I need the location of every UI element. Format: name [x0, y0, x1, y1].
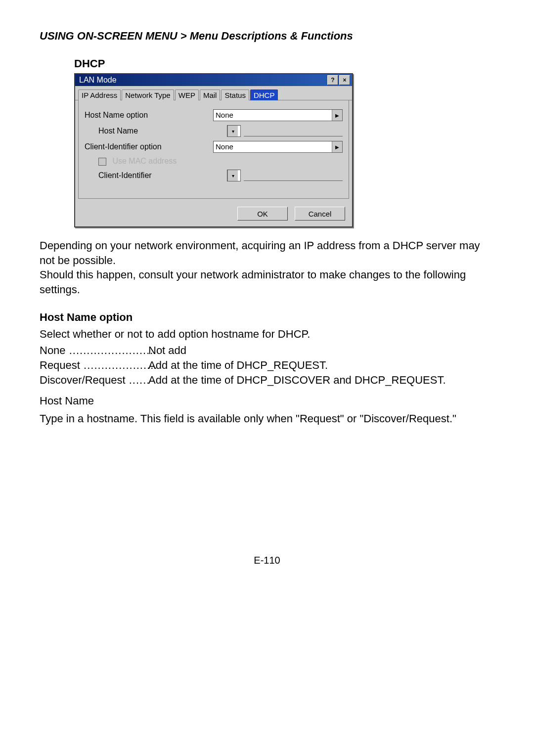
dialog-panel: Host Name option None ▶ Host Name ▾ Clie…: [78, 100, 349, 199]
checkbox-icon: [98, 158, 106, 166]
value-none: Not add: [148, 344, 494, 357]
value-request: Add at the time of DHCP_REQUEST.: [148, 359, 494, 372]
paragraph-intro-line1: Depending on your network environment, a…: [40, 239, 480, 267]
label-body-host-name: Host Name: [40, 394, 494, 408]
cancel-button[interactable]: Cancel: [295, 207, 345, 221]
client-identifier-keypad-button[interactable]: ▾: [227, 170, 241, 181]
definition-none: None ........................ Not add: [40, 344, 494, 357]
tab-dhcp[interactable]: DHCP: [250, 89, 278, 100]
help-icon[interactable]: ?: [327, 75, 338, 85]
term-request: Request: [40, 359, 80, 371]
paragraph-intro: Depending on your network environment, a…: [40, 238, 494, 297]
label-client-identifier-option: Client-Identifier option: [85, 142, 213, 151]
dots: .....................: [80, 359, 157, 371]
tab-ip-address[interactable]: IP Address: [78, 89, 121, 100]
triangle-right-icon: ▶: [332, 141, 342, 152]
section-heading-dhcp: DHCP: [74, 57, 494, 70]
close-icon[interactable]: ×: [339, 75, 350, 85]
tab-mail[interactable]: Mail: [200, 89, 221, 100]
subheading-host-name-option: Host Name option: [40, 311, 494, 324]
breadcrumb: USING ON-SCREEN MENU > Menu Descriptions…: [40, 30, 494, 43]
dialog-titlebar: LAN Mode ? ×: [75, 74, 352, 86]
definition-discover-request: Discover/Request ...... Add at the time …: [40, 374, 494, 387]
triangle-down-icon: ▾: [227, 126, 238, 136]
paragraph-intro-line2: Should this happen, consult your network…: [40, 268, 466, 296]
paragraph-hostname-lead: Select whether or not to add option host…: [40, 327, 494, 342]
tab-status[interactable]: Status: [221, 89, 249, 100]
triangle-right-icon: ▶: [332, 110, 342, 121]
host-name-keypad-button[interactable]: ▾: [227, 125, 241, 137]
combo-client-identifier-option[interactable]: None ▶: [213, 141, 343, 153]
tab-wep[interactable]: WEP: [175, 89, 199, 100]
dialog-title: LAN Mode: [79, 76, 117, 85]
ok-button[interactable]: OK: [237, 207, 288, 221]
client-identifier-input[interactable]: [244, 171, 343, 181]
label-host-name-option: Host Name option: [85, 111, 213, 120]
dots: ........................: [66, 344, 154, 356]
value-discover-request: Add at the time of DHCP_DISCOVER and DHC…: [148, 374, 494, 387]
paragraph-hostname-desc: Type in a hostname. This field is availa…: [40, 411, 494, 426]
page-number: E-110: [40, 555, 494, 566]
dots: ......: [126, 374, 150, 386]
tab-network-type[interactable]: Network Type: [122, 89, 174, 100]
label-use-mac-address: Use MAC address: [112, 157, 177, 165]
host-name-input[interactable]: [244, 126, 343, 136]
combo-client-identifier-option-value: None: [214, 141, 332, 152]
definition-request: Request ..................... Add at the…: [40, 359, 494, 372]
checkbox-use-mac-address[interactable]: Use MAC address: [85, 157, 227, 166]
label-host-name: Host Name: [85, 127, 227, 135]
term-discover-request: Discover/Request: [40, 374, 126, 386]
combo-host-name-option-value: None: [214, 110, 332, 121]
triangle-down-icon: ▾: [227, 170, 238, 181]
combo-host-name-option[interactable]: None ▶: [213, 109, 343, 121]
term-none: None: [40, 344, 66, 356]
dialog-footer: OK Cancel: [75, 202, 352, 226]
dialog-tabs: IP Address Network Type WEP Mail Status …: [75, 86, 352, 100]
label-client-identifier: Client-Identifier: [85, 171, 227, 180]
dialog-lan-mode: LAN Mode ? × IP Address Network Type WEP…: [74, 73, 494, 227]
